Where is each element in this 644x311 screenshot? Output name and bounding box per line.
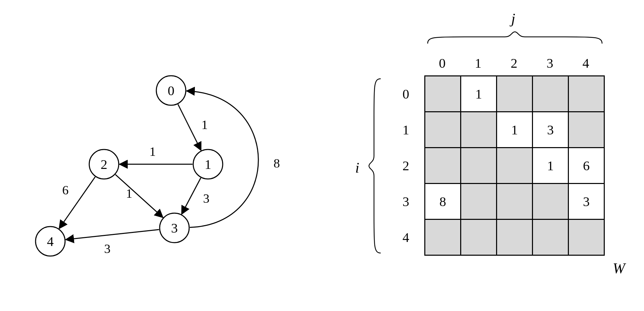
matrix-cell-4-2 [497, 220, 533, 255]
matrix-cell-0-2 [497, 76, 533, 112]
col-header-4: 4 [581, 55, 591, 71]
matrix-cell-0-0 [425, 76, 461, 112]
matrix-cell-2-3: 1 [533, 148, 569, 184]
matrix-cell-2-2 [497, 148, 533, 184]
matrix-cell-2-0 [425, 148, 461, 184]
edge-1-3 [181, 178, 201, 214]
edge-weight-2-3: 1 [126, 186, 132, 200]
col-header-2: 2 [509, 55, 519, 71]
matrix-cell-3-2 [497, 184, 533, 220]
matrix-cell-1-4 [569, 112, 604, 148]
matrix-cell-0-1: 1 [461, 76, 497, 112]
row-header-3: 3 [401, 194, 411, 209]
edge-weight-0-1: 1 [202, 118, 208, 132]
matrix-row-4 [425, 220, 604, 255]
row-axis-label: i [352, 159, 362, 176]
row-header-4: 4 [401, 230, 411, 245]
edge-0-1 [178, 104, 201, 150]
graph-svg: 1131638 01234 [27, 54, 302, 288]
edge-weight-1-3: 3 [203, 191, 210, 205]
col-header-3: 3 [545, 55, 555, 71]
matrix-cell-1-0 [425, 112, 461, 148]
row-header-2: 2 [401, 158, 411, 174]
edge-weight-3-0: 8 [274, 156, 280, 170]
adjacency-matrix-area: j 01234 i 01234 1131683 W [345, 10, 634, 302]
graph-nodes: 01234 [36, 76, 223, 256]
matrix-cell-3-0: 8 [425, 184, 461, 220]
diagram-canvas: { "graph": { "nodes": [ { "id": "0", "la… [0, 0, 644, 311]
matrix-cell-1-1 [461, 112, 497, 148]
matrix-cell-1-3: 3 [533, 112, 569, 148]
matrix-cell-0-3 [533, 76, 569, 112]
matrix-name-label: W [610, 260, 627, 277]
matrix-cell-4-1 [461, 220, 497, 255]
node-label-4: 4 [47, 234, 54, 249]
node-label-0: 0 [168, 83, 174, 98]
edge-weight-2-4: 6 [62, 183, 69, 197]
matrix-row-0: 1 [425, 76, 604, 112]
col-header-0: 0 [437, 55, 447, 71]
edge-weight-1-2: 1 [150, 144, 156, 159]
node-label-3: 3 [171, 221, 178, 236]
edge-weight-3-4: 3 [104, 242, 111, 256]
matrix-cell-3-4: 3 [569, 184, 604, 220]
matrix-cell-3-1 [461, 184, 497, 220]
matrix-cell-4-3 [533, 220, 569, 255]
matrix-cell-0-4 [569, 76, 604, 112]
matrix-cell-2-1 [461, 148, 497, 184]
matrix-cell-2-4: 6 [569, 148, 604, 184]
node-label-2: 2 [101, 157, 107, 172]
row-header-0: 0 [401, 86, 411, 102]
row-brace-icon [366, 75, 386, 256]
node-label-1: 1 [205, 157, 211, 172]
matrix-grid: 1131683 [424, 75, 605, 256]
matrix-row-3: 83 [425, 184, 604, 220]
matrix-cell-4-4 [569, 220, 604, 255]
matrix-row-2: 16 [425, 148, 604, 184]
col-header-1: 1 [473, 55, 483, 71]
col-axis-label: j [506, 10, 520, 27]
matrix-cell-4-0 [425, 220, 461, 255]
row-header-1: 1 [401, 122, 411, 138]
col-brace-icon [424, 28, 605, 49]
matrix-cell-1-2: 1 [497, 112, 533, 148]
matrix-cell-3-3 [533, 184, 569, 220]
matrix-row-1: 13 [425, 112, 604, 148]
edge-2-3 [115, 175, 163, 217]
edge-3-4 [66, 230, 159, 240]
